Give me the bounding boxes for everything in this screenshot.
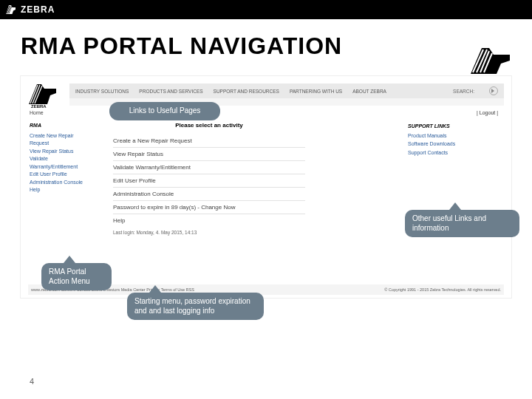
activity-password-notice[interactable]: Password to expire in 89 day(s) - Change… (113, 200, 305, 214)
logout-link[interactable]: | Logout | (477, 110, 498, 115)
breadcrumb-home[interactable]: Home (30, 110, 44, 115)
portal-top-nav: INDUSTRY SOLUTIONS PRODUCTS AND SERVICES… (69, 83, 504, 98)
rma-menu-item[interactable]: Help (30, 186, 92, 194)
zebra-logo: ZEBRA (4, 3, 55, 16)
nav-item[interactable]: SUPPORT AND RESOURCES (214, 89, 279, 94)
callout-useful-links: Links to Useful Pages (109, 102, 220, 120)
support-header: SUPPORT LINKS (408, 122, 497, 130)
callout-text: Starting menu, password expiration and a… (134, 297, 250, 315)
slide-header-bar: ZEBRA (0, 0, 532, 19)
footer-copyright: © Copyright 1991 - 2015 Zebra Technologi… (384, 287, 501, 292)
activity-link[interactable]: Create a New Repair Request (113, 134, 305, 147)
page-number: 4 (30, 377, 34, 386)
nav-item[interactable]: INDUSTRY SOLUTIONS (75, 89, 129, 94)
page-title: RMA PORTAL NAVIGATION (0, 19, 532, 66)
callout-starting-menu: Starting menu, password expiration and a… (127, 293, 264, 320)
brand-name: ZEBRA (21, 4, 55, 15)
zebra-head-icon (4, 3, 18, 16)
callout-action-menu: RMA Portal Action Menu (41, 263, 112, 290)
support-links-panel: SUPPORT LINKS Product Manuals Software D… (408, 122, 497, 157)
activity-link[interactable]: View Repair Status (113, 147, 305, 160)
search-label: SEARCH: (453, 89, 474, 94)
support-link[interactable]: Product Manuals (408, 132, 497, 140)
activity-link[interactable]: Validate Warranty/Entitlement (113, 160, 305, 174)
rma-menu-item[interactable]: Validate Warranty/Entitlement (30, 155, 92, 171)
activity-title: Please select an activity (113, 122, 305, 129)
callout-arrow-icon (449, 202, 461, 210)
activity-panel: Please select an activity Create a New R… (113, 122, 305, 235)
callout-text: RMA Portal Action Menu (49, 267, 90, 285)
activity-link[interactable]: Administration Console (113, 187, 305, 200)
rma-menu-header: RMA (30, 122, 92, 130)
callout-text: Other useful Links and information (412, 214, 486, 232)
search-go-icon[interactable] (489, 86, 498, 95)
callout-text: Links to Useful Pages (129, 106, 201, 115)
rma-menu-item[interactable]: Edit User Profile (30, 171, 92, 179)
last-login-info: Last login: Monday, 4. May 2015, 14:13 (113, 230, 305, 235)
svg-text:ZEBRA: ZEBRA (31, 104, 47, 109)
support-link[interactable]: Support Contacts (408, 149, 497, 157)
zebra-head-icon: ZEBRA (467, 46, 519, 75)
support-link[interactable]: Software Downloads (408, 140, 497, 148)
rma-menu-item[interactable]: Create New Repair Request (30, 132, 92, 148)
callout-arrow-icon (149, 285, 161, 293)
nav-item[interactable]: PARTNERING WITH US (290, 89, 342, 94)
zebra-logo-small: ZEBRA (27, 82, 64, 109)
activity-link[interactable]: Edit User Profile (113, 174, 305, 187)
callout-arrow-icon (64, 256, 75, 263)
activity-link[interactable]: Help (113, 214, 305, 227)
nav-item[interactable]: PRODUCTS AND SERVICES (139, 89, 202, 94)
rma-menu-item[interactable]: View Repair Status (30, 148, 92, 156)
nav-item[interactable]: ABOUT ZEBRA (352, 89, 386, 94)
rma-menu-item[interactable]: Administration Console (30, 179, 92, 187)
rma-side-menu: RMA Create New Repair Request View Repai… (30, 122, 92, 194)
callout-other-links: Other useful Links and information (405, 210, 519, 237)
